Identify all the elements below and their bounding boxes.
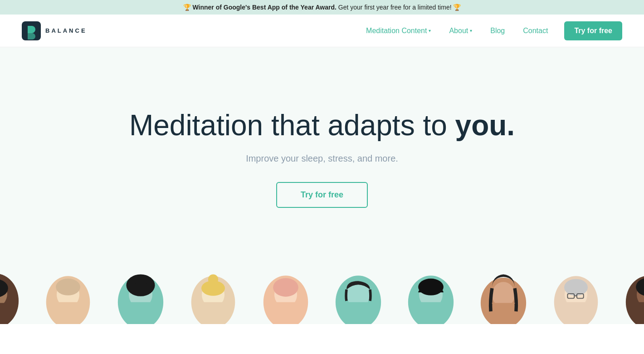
avatar-2 — [32, 265, 104, 324]
nav-label-meditation-content: Meditation Content — [366, 27, 427, 35]
nav-item-blog[interactable]: Blog — [483, 23, 512, 39]
avatar-9 — [540, 265, 612, 324]
nav-label-contact: Contact — [523, 27, 548, 35]
avatars-row — [0, 265, 644, 324]
svg-point-6 — [56, 279, 80, 295]
banner-emoji-right: 🏆 — [453, 4, 461, 11]
logo-text: BALANCE — [45, 27, 87, 34]
hero-section: Meditation that adapts to you. Improve y… — [0, 47, 644, 256]
announcement-banner: 🏆 Winner of Google's Best App of the Yea… — [0, 0, 644, 15]
svg-point-18 — [273, 278, 298, 297]
logo-link[interactable]: BALANCE — [22, 21, 87, 40]
nav-label-about: About — [449, 27, 468, 35]
svg-point-15 — [208, 274, 218, 284]
hero-title-part1: Meditation that adapts to — [129, 109, 455, 142]
avatar-6 — [322, 265, 395, 324]
banner-plain-text: Get your first year free for a limited t… — [338, 4, 452, 11]
avatar-3 — [104, 265, 177, 324]
avatars-section — [0, 256, 644, 324]
nav-cta-button[interactable]: Try for free — [564, 21, 622, 40]
nav-item-meditation-content[interactable]: Meditation Content ▾ — [359, 23, 438, 39]
svg-point-10 — [127, 281, 136, 290]
svg-point-28 — [564, 279, 588, 296]
avatar-1 — [0, 265, 32, 324]
logo-icon — [22, 21, 41, 40]
avatar-7 — [395, 265, 467, 324]
banner-emoji-left: 🏆 — [183, 4, 191, 11]
avatar-10 — [612, 265, 644, 324]
avatar-4 — [177, 265, 249, 324]
nav-links: Meditation Content ▾ About ▾ Blog Contac… — [359, 21, 622, 40]
nav-item-contact[interactable]: Contact — [516, 23, 555, 39]
hero-title: Meditation that adapts to you. — [129, 109, 515, 143]
chevron-down-icon: ▾ — [429, 28, 431, 33]
hero-cta-button[interactable]: Try for free — [276, 182, 368, 208]
banner-bold-text: Winner of Google's Best App of the Year … — [192, 4, 336, 11]
hero-subtitle: Improve your sleep, stress, and more. — [246, 153, 398, 164]
chevron-down-icon: ▾ — [470, 28, 472, 33]
main-nav: BALANCE Meditation Content ▾ About ▾ Blo… — [0, 15, 644, 47]
avatar-8 — [467, 265, 540, 324]
avatar-5 — [249, 265, 322, 324]
svg-point-23 — [418, 279, 444, 295]
nav-item-about[interactable]: About ▾ — [442, 23, 479, 39]
nav-label-blog: Blog — [490, 27, 505, 35]
svg-point-11 — [146, 281, 154, 290]
hero-title-bold: you. — [455, 109, 515, 142]
